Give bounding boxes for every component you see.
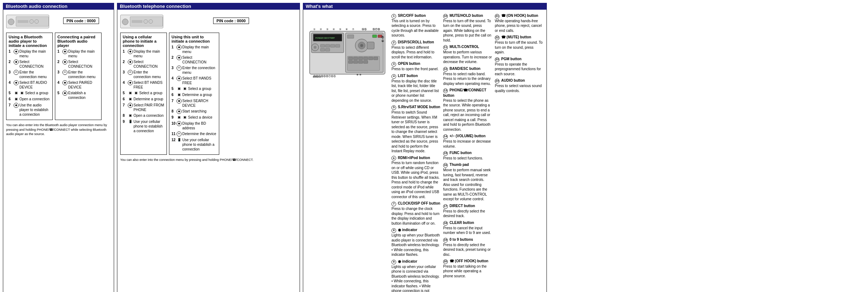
bt-tel-b1-step3: 3 ✏ Enter the connection menu (123, 70, 164, 79)
bt-tel-b2-step9: 9 ▣ ▣ Select a device (172, 115, 217, 120)
ww-descriptions: 1 SRC/OFF button This unit is turned on … (391, 13, 544, 292)
bt-telephone-flows: Using a cellular phone to initiate a con… (120, 33, 297, 155)
bt-tel-box1-title: Using a cellular phone to initiate a con… (123, 35, 164, 48)
svg-rect-17 (367, 42, 374, 49)
bt-tel-b1-step8: 8 ▣ Open a connection (123, 113, 164, 118)
bt-tel-box2: Using this unit to initiate a connection… (169, 33, 219, 155)
bt-tel-b2-step6: 6 ▣ Determine a group (172, 92, 217, 97)
svg-rect-21 (353, 57, 358, 60)
pencil-icon-t2b: ✏ (177, 131, 182, 137)
svg-rect-12 (325, 48, 330, 51)
svg-text:⑯⑰⑱: ⑯⑰⑱ (372, 28, 380, 30)
svg-rect-26 (348, 61, 353, 63)
bt-icon-2c: ◆ (62, 80, 67, 85)
bt-tel-b2-step11: 11 ✏ Determine the device (172, 131, 217, 137)
folder-icon-t1c: ▣ (128, 97, 133, 102)
svg-text:⑦: ⑦ (352, 28, 354, 30)
whats-what-content: PIONEER DEH-P790BT (306, 13, 544, 292)
folder-icon-1c: ▣ (14, 97, 19, 102)
device-svg: PIONEER DEH-P790BT (306, 13, 389, 88)
svg-rect-10 (336, 44, 340, 47)
bt-audio-step1: 1 ◆ Display the main menu (9, 49, 50, 58)
pin-box-audio: PIN code : 0000 (63, 18, 99, 24)
bt-audio-content: PIN code : 0000 Using a Bluetooth audio … (6, 13, 111, 137)
bt-tel-b2-step12: 12 📱 Use your cellular phone to establis… (172, 138, 217, 152)
ww-btn-12: 12 BAND/ESC button Press to select radio… (443, 66, 492, 86)
svg-rect-18 (347, 35, 354, 38)
bt-audio-flows: Using a Bluetooth audio player to initia… (6, 33, 111, 120)
bt-tel-b1-step1: 1 ◆ Display the main menu (123, 49, 164, 58)
ww-btn-4: 4 LIST button Press to display the disc … (391, 73, 440, 103)
svg-text:①: ① (313, 28, 315, 30)
bt-audio-b2-step4: 4 ◆ Select PAIRED DEVICE (57, 80, 99, 90)
bt-tel-b1-step7: 7 ◆ Select PAIR FROM PHONE (123, 103, 164, 112)
ww-col3: 21 ☎ (ON HOOK) button While operating ha… (495, 13, 544, 292)
bt-tel-b1-step2: 2 ◆ Select CONNECTION (123, 59, 164, 69)
whats-what-section: What's what PIONEER DEH-P790BT (303, 3, 547, 292)
page: Bluetooth audio connection PIN code : 00… (0, 0, 868, 292)
device-diagram: PIONEER DEH-P790BT (306, 13, 389, 292)
bt-icon-2d: ◆ (62, 91, 67, 96)
svg-text:㉑: ㉑ (381, 36, 384, 39)
bt-audio-b2-step5: 5 ◆ Establish a connection (57, 91, 99, 100)
svg-rect-9 (330, 44, 335, 47)
svg-text:⑤: ⑤ (339, 28, 341, 30)
ww-btn-15: 15 FUNC button Press to select functions… (443, 150, 492, 161)
pencil-icon-1a: ✏ (14, 70, 19, 75)
bt-audio-b2-step1: 1 ◆ Display the main menu (57, 49, 99, 58)
ww-btn-24: 24 AUDIO button Press to select various … (495, 78, 544, 93)
folder-icon-t2d: ▣ (177, 115, 182, 120)
bt-audio-box1: Using a Bluetooth audio player to initia… (6, 33, 53, 120)
svg-text:㉒: ㉒ (381, 40, 384, 42)
bt-tel-b1-step6: 6 ▣ Determine a group (123, 97, 164, 102)
svg-rect-11 (320, 48, 325, 51)
svg-rect-23 (363, 57, 368, 60)
bt-tel-b2-step2: 2 ◆ Select CONNECTION (172, 55, 217, 64)
folder-icon-t1d: ▣ (128, 113, 133, 118)
bt-audio-b2-step2: 2 ◆ Select CONNECTION (57, 59, 99, 69)
pencil-icon-2a: ✏ (62, 70, 67, 75)
svg-text:PIONEER DEH-P790BT: PIONEER DEH-P790BT (315, 37, 335, 39)
bt-audio-footnote: You can also enter into the Bluetooth au… (6, 123, 111, 137)
bt-icon-2a: ◆ (62, 49, 67, 54)
folder-icon-t1a: ▣ (128, 91, 133, 96)
bt-icon-t2b: ◆ (177, 55, 182, 60)
pin-box-tel: PIN code : 0000 (213, 18, 249, 24)
bt-audio-step7: 7 ◆ Use the audio player to establish a … (9, 103, 50, 117)
bt-icon-t2a: ◆ (177, 45, 182, 50)
ww-btn-3: 3 OPEN button Press to open the front pa… (391, 61, 440, 71)
svg-rect-20 (348, 57, 353, 60)
bt-audio-box2-title: Connecting a paired Bluetooth audio play… (57, 35, 99, 48)
bt-telephone-title: Bluetooth telephone connection (117, 3, 300, 10)
bt-tel-b1-step5: 5 ▣ ▣ Select a group (123, 91, 164, 96)
svg-point-16 (360, 44, 363, 47)
folder-icon-t2c: ▣ (177, 92, 182, 97)
svg-rect-27 (353, 61, 358, 63)
ww-btn-20: 20 ☎ (OFF HOOK) button Press to start ta… (443, 259, 492, 278)
folder-icon-1a: ▣ (14, 91, 19, 96)
svg-rect-22 (358, 57, 363, 60)
bt-tel-b2-step8: 8 ◆ Start searching (172, 109, 217, 114)
ww-btn-10: 10 MUTE/HOLD button Press to turn off th… (443, 13, 492, 43)
svg-rect-24 (369, 57, 373, 60)
bt-telephone-section: Bluetooth telephone connection PIN code … (117, 3, 300, 292)
ww-btn-23: 23 PGM button Press to operate the prepr… (495, 57, 544, 76)
ww-col1: 1 SRC/OFF button This unit is turned on … (391, 13, 440, 292)
ww-btn-2: 2 DISP/SCROLL button Press to select dif… (391, 40, 440, 59)
bt-tel-b2-step1: 1 ◆ Display the main menu (172, 45, 217, 54)
bt-icon-t2d: ◆ (177, 99, 182, 104)
bt-tel-b2-step7: 7 ◆ Select SEARCH DEVICE (172, 99, 217, 108)
bt-audio-section: Bluetooth audio connection PIN code : 00… (3, 3, 114, 292)
bt-tel-b2-step3: 3 ✏ Enter the connection menu (172, 66, 217, 75)
bt-icon-t1d: ◆ (128, 103, 133, 108)
device-image-top (6, 15, 49, 28)
folder-icon-1b: ▣ (19, 91, 24, 96)
folder-icon-t2b: ▣ (182, 86, 187, 91)
ww-btn-7: 7 CLOCK/DISP OFF button Press to change … (391, 201, 440, 226)
phone-icon-t1a: 📱 (128, 119, 133, 124)
ww-col2: 10 MUTE/HOLD button Press to turn off th… (443, 13, 492, 292)
svg-text:⑭⑮: ⑭⑮ (362, 28, 367, 30)
ww-btn-13: 13 PHONE/☎/CONNECT button Press to selec… (443, 88, 492, 132)
bt-icon-1c: ◆ (14, 80, 19, 85)
ww-btn-11: 11 MULTI-CONTROL Move to perform various… (443, 44, 492, 64)
